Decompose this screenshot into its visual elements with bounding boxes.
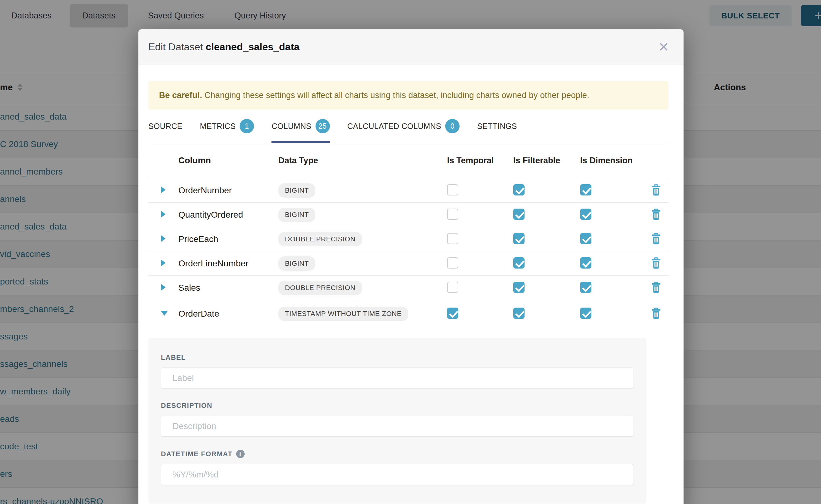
is-temporal-checkbox[interactable] (447, 233, 458, 244)
is-filterable-checkbox[interactable] (513, 257, 525, 269)
expand-caret-icon[interactable] (161, 259, 166, 266)
data-type-pill: DOUBLE PRECISION (278, 232, 362, 246)
tab-label: SETTINGS (477, 122, 517, 131)
column-name: OrderNumber (178, 185, 278, 195)
delete-column-button[interactable] (651, 184, 661, 197)
modal-body: Be careful. Changing these settings will… (138, 65, 684, 504)
tab-label: CALCULATED COLUMNS (347, 122, 442, 131)
datetime-format-input[interactable] (161, 464, 634, 485)
datetime-format-label-text: DATETIME FORMAT (161, 450, 232, 458)
expand-caret-icon[interactable] (161, 211, 166, 218)
delete-column-button[interactable] (651, 233, 661, 245)
info-icon[interactable]: i (236, 450, 245, 458)
table-row-expanded: OrderDate TIMESTAMP WITHOUT TIME ZONE (148, 300, 669, 328)
table-row: QuantityOrdered BIGINT (148, 203, 669, 227)
collapse-caret-icon[interactable] (161, 311, 168, 316)
delete-column-button[interactable] (651, 257, 661, 270)
data-type-header: Data Type (278, 156, 447, 166)
data-type-pill: BIGINT (278, 208, 315, 222)
description-input[interactable] (161, 416, 634, 437)
trash-icon (651, 281, 661, 293)
description-field-label: DESCRIPTION (161, 402, 634, 410)
is-temporal-checkbox[interactable] (447, 282, 458, 293)
data-type-pill: TIMESTAMP WITHOUT TIME ZONE (278, 307, 408, 321)
delete-column-button[interactable] (651, 208, 661, 221)
data-type-pill: BIGINT (278, 256, 315, 271)
column-name: PriceEach (178, 234, 278, 244)
data-type-pill: DOUBLE PRECISION (278, 281, 362, 295)
expand-caret-icon[interactable] (161, 235, 166, 242)
columns-table: Column Data Type Is Temporal Is Filterab… (148, 143, 669, 328)
table-row: OrderNumber BIGINT (148, 178, 669, 203)
is-temporal-checkbox[interactable] (447, 209, 458, 220)
column-detail-panel: LABEL DESCRIPTION DATETIME FORMAT i (148, 338, 646, 504)
calculated-columns-count-badge: 0 (445, 119, 460, 133)
edit-dataset-modal: Edit Dataset cleaned_sales_data ✕ Be car… (138, 29, 684, 504)
modal-title: Edit Dataset cleaned_sales_data (148, 41, 299, 53)
expand-caret-icon[interactable] (161, 186, 166, 193)
table-row: OrderLineNumber BIGINT (148, 251, 669, 276)
modal-title-dataset-name: cleaned_sales_data (205, 41, 299, 52)
modal-header: Edit Dataset cleaned_sales_data ✕ (138, 29, 684, 65)
trash-icon (651, 257, 661, 269)
is-filterable-checkbox[interactable] (513, 233, 525, 244)
column-name: OrderLineNumber (178, 259, 278, 269)
columns-table-header: Column Data Type Is Temporal Is Filterab… (148, 143, 669, 178)
trash-icon (651, 307, 661, 319)
tab-source[interactable]: SOURCE (148, 119, 182, 143)
trash-icon (651, 184, 661, 196)
is-dimension-header: Is Dimension (580, 156, 651, 166)
tab-metrics[interactable]: METRICS 1 (200, 119, 254, 143)
warning-text: Changing these settings will affect all … (202, 91, 589, 100)
expand-caret-icon[interactable] (161, 284, 166, 291)
column-name: Sales (178, 283, 278, 293)
is-temporal-checkbox[interactable] (447, 184, 458, 195)
close-icon[interactable]: ✕ (658, 41, 669, 54)
is-filterable-checkbox[interactable] (513, 282, 525, 293)
is-dimension-checkbox[interactable] (580, 282, 591, 293)
is-dimension-checkbox[interactable] (580, 184, 591, 195)
is-dimension-checkbox[interactable] (580, 209, 591, 220)
is-dimension-checkbox[interactable] (580, 233, 591, 244)
delete-column-button[interactable] (651, 307, 661, 320)
metrics-count-badge: 1 (240, 119, 254, 133)
is-temporal-checkbox[interactable] (447, 257, 458, 269)
data-type-pill: BIGINT (278, 183, 315, 198)
tab-label: SOURCE (148, 122, 182, 131)
datetime-format-field-label: DATETIME FORMAT i (161, 450, 634, 458)
is-dimension-checkbox[interactable] (580, 308, 591, 319)
trash-icon (651, 233, 661, 245)
is-filterable-header: Is Filterable (513, 156, 580, 166)
is-filterable-checkbox[interactable] (513, 308, 525, 319)
is-dimension-checkbox[interactable] (580, 257, 591, 269)
column-header: Column (178, 156, 278, 166)
is-filterable-checkbox[interactable] (513, 209, 525, 220)
columns-count-badge: 25 (315, 119, 330, 133)
warning-banner: Be careful. Changing these settings will… (148, 81, 669, 110)
label-input[interactable] (161, 368, 634, 388)
warning-bold-text: Be careful. (159, 91, 202, 100)
table-row: PriceEach DOUBLE PRECISION (148, 227, 669, 251)
screen: Databases Datasets Saved Queries Query H… (0, 0, 821, 504)
table-row: Sales DOUBLE PRECISION (148, 276, 669, 300)
is-temporal-checkbox[interactable] (447, 308, 458, 319)
tab-label: COLUMNS (271, 122, 311, 131)
label-field-label: LABEL (161, 353, 634, 362)
tab-calculated-columns[interactable]: CALCULATED COLUMNS 0 (347, 119, 460, 143)
modal-tabs: SOURCE METRICS 1 COLUMNS 25 CALCULATED C… (148, 119, 669, 143)
delete-column-button[interactable] (651, 281, 661, 294)
column-name: QuantityOrdered (178, 210, 278, 220)
is-filterable-checkbox[interactable] (513, 184, 525, 195)
trash-icon (651, 208, 661, 220)
tab-columns[interactable]: COLUMNS 25 (271, 119, 329, 143)
tab-label: METRICS (200, 122, 236, 131)
column-name: OrderDate (178, 309, 278, 319)
is-temporal-header: Is Temporal (447, 156, 513, 166)
tab-settings[interactable]: SETTINGS (477, 119, 517, 143)
modal-title-prefix: Edit Dataset (148, 41, 203, 52)
